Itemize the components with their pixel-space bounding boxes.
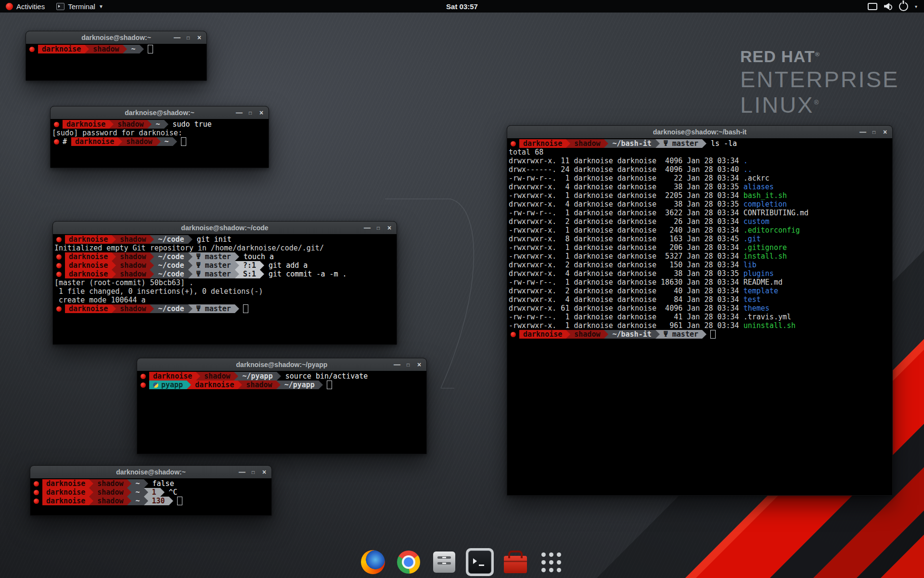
python-icon [153,382,158,388]
prompt-segment: ?:1 [239,261,260,270]
maximize-button[interactable]: □ [246,108,255,117]
powerline-arrow-icon [127,497,131,505]
minimize-button[interactable]: — [363,223,372,232]
prompt-segment: shadow [122,137,156,146]
prompt-segment: 1 [148,488,160,497]
prompt-segment: darknoise [65,235,112,244]
window-title: darknoise@shadow:~/pyapp [137,358,426,371]
terminal-content[interactable]: darknoiseshadow~ sudo true[sudo] passwor… [51,119,269,168]
minimize-button[interactable]: — [859,128,867,136]
maximize-button[interactable]: □ [374,223,383,232]
prompt-segment: Ψ master [192,261,235,270]
terminal-text: drwx------. 24 darknoise darknoise 4096 … [509,165,744,174]
powerline-arrow-icon [112,304,116,313]
window-titlebar[interactable]: darknoise@shadow:~ — □ × [30,466,271,479]
terminal-window-code[interactable]: darknoise@shadow:~/code — □ × darknoises… [52,221,397,345]
minimize-button[interactable]: — [235,108,244,117]
close-button[interactable]: × [257,108,266,117]
powerline-arrow-icon [112,252,116,261]
close-button[interactable]: × [415,360,424,369]
terminal-text: .ackrc [744,174,770,183]
terminal-line: darknoiseshadow~/codeΨ master touch a [54,252,397,261]
terminal-text: ^C [165,488,178,497]
powerline-arrow-icon [127,479,131,488]
powerline-arrow-icon [655,139,660,148]
window-titlebar[interactable]: darknoise@shadow:~ — □ × [51,106,269,119]
terminal-window-sudo[interactable]: darknoise@shadow:~ — □ × darknoiseshadow… [50,106,269,168]
terminal-content[interactable]: darknoiseshadow~/code git initInitialize… [53,234,397,344]
terminal-window-bashit[interactable]: darknoise@shadow:~/bash-it — □ × darknoi… [507,125,893,496]
dock-item-firefox[interactable] [359,548,387,576]
dock-item-chrome[interactable] [395,548,423,576]
minimize-button[interactable]: — [238,468,246,476]
terminal-line: -rwxrwxr-x. 1 darknoise darknoise 961 Ja… [509,321,892,330]
maximize-button[interactable]: □ [870,128,878,136]
prompt-segment: Ψ master [660,330,702,339]
dock-item-app-grid[interactable] [537,548,565,576]
terminal-window-pyapp[interactable]: darknoise@shadow:~/pyapp — □ × darknoise… [137,358,427,454]
terminal-line: total 68 [509,148,892,157]
terminal-line: 1 file changed, 0 insertions(+), 0 delet… [54,287,397,296]
dock-item-files[interactable] [430,548,458,576]
prompt-segment: darknoise [42,479,89,488]
terminal-text: aliases [744,183,774,191]
close-button[interactable]: × [881,128,889,136]
terminal-text: create mode 100644 a [54,296,146,304]
toolbox-icon [504,556,527,573]
chrome-icon [397,551,420,574]
terminal-content[interactable]: darknoiseshadow~ falsedarknoiseshadow~1 … [30,478,271,515]
terminal-text: .git [744,235,761,243]
terminal-content[interactable]: darknoiseshadow~ [26,44,206,80]
app-grid-icon [541,552,561,572]
powerline-arrow-icon [235,261,239,270]
prompt-distro-icon [54,122,59,127]
powerline-arrow-icon [188,261,192,270]
dock-item-terminal[interactable] [466,548,494,576]
clock[interactable]: Sat 03:57 [446,2,478,11]
terminal-text: -rwxrwxr-x. 1 darknoise darknoise 961 Ja… [509,321,744,330]
prompt-segment: shadow [116,252,150,261]
close-button[interactable]: × [385,223,394,232]
terminal-line: darknoiseshadow~/code git init [54,235,397,244]
powerline-arrow-icon [89,488,93,497]
terminal-text: . [744,157,748,165]
close-button[interactable]: × [260,468,269,476]
terminal-window-home-1[interactable]: darknoise@shadow:~ — □ × darknoiseshadow… [26,31,207,81]
window-titlebar[interactable]: darknoise@shadow:~/code — □ × [53,222,397,235]
powerline-arrow-icon [235,252,239,261]
powerline-arrow-icon [140,45,144,53]
dock-item-toolbox[interactable] [501,548,529,576]
close-button[interactable]: × [195,33,204,42]
activities-button[interactable]: Activities [0,0,51,13]
prompt-segment: ~ [131,488,143,497]
terminal-line: -rwxrwxr-x. 1 darknoise darknoise 2205 J… [509,191,892,200]
window-titlebar[interactable]: darknoise@shadow:~/bash-it — □ × [507,126,892,139]
terminal-content[interactable]: darknoiseshadow~/pyapp source bin/activa… [137,371,426,454]
prompt-segment: darknoise [42,497,89,505]
powerline-arrow-icon [260,261,264,270]
maximize-button[interactable]: □ [404,360,412,369]
powerline-arrow-icon [112,235,116,244]
window-titlebar[interactable]: darknoise@shadow:~ — □ × [26,31,206,44]
app-menu-terminal[interactable]: Terminal ▼ [51,0,109,13]
terminal-text: .editorconfig [744,226,800,235]
powerline-arrow-icon [127,488,131,497]
powerline-arrow-icon [702,139,706,148]
maximize-button[interactable]: □ [249,468,257,476]
maximize-button[interactable]: □ [184,33,192,42]
system-status-area[interactable]: ▾ [868,0,924,13]
terminal-text: -rw-rw-r--. 1 darknoise darknoise 41 Jan… [509,313,744,321]
terminal-text: ls -la [706,139,737,148]
terminal-text: drwxrwxr-x. 4 darknoise darknoise 38 Jan… [509,183,744,191]
terminal-line: -rw-rw-r--. 1 darknoise darknoise 41 Jan… [509,313,892,321]
window-titlebar[interactable]: darknoise@shadow:~/pyapp — □ × [137,358,426,371]
terminal-cursor [710,330,716,339]
redhat-icon [6,3,13,10]
terminal-content[interactable]: darknoiseshadow~/bash-itΨ master ls -lat… [507,138,892,495]
minimize-button[interactable]: — [393,360,401,369]
terminal-window-exitcodes[interactable]: darknoise@shadow:~ — □ × darknoiseshadow… [30,465,272,516]
minimize-button[interactable]: — [173,33,181,42]
powerline-arrow-icon [187,381,191,389]
prompt-segment: ~/pyapp [238,372,276,381]
prompt-segment: shadow [116,261,150,270]
